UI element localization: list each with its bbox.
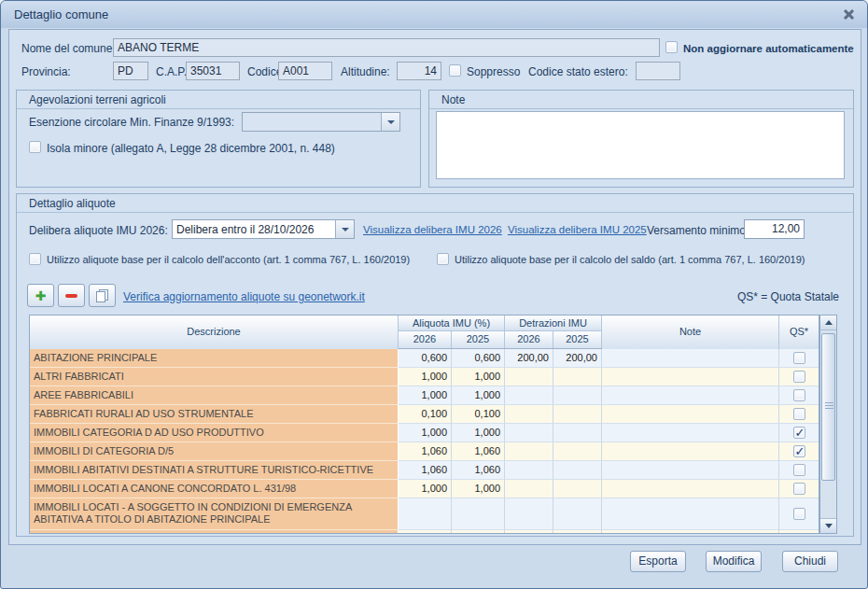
col-header-detrazioni-2025[interactable]: 2025 [553, 331, 602, 348]
scroll-up-button[interactable] [820, 316, 836, 330]
cell-aliquota-2026[interactable]: 0,600 [399, 349, 452, 368]
chevron-down-icon[interactable] [335, 220, 354, 238]
table-row[interactable]: ABITAZIONE PRINCIPALE0,6000,600200,00200… [30, 349, 819, 368]
cell-aliquota-2025[interactable]: 1,000 [452, 480, 505, 498]
qs-checkbox[interactable] [793, 389, 805, 401]
qs-checkbox[interactable] [793, 371, 805, 383]
col-header-aliquota[interactable]: Aliquota IMU (%) [399, 316, 505, 331]
nome-comune-field[interactable]: ABANO TERME [113, 38, 660, 57]
cell-detrazione-2026[interactable] [505, 498, 553, 530]
modifica-button[interactable]: Modifica [706, 551, 762, 572]
cell-note[interactable] [602, 405, 779, 424]
isola-minore-checkbox[interactable] [29, 141, 41, 153]
close-icon[interactable] [842, 8, 854, 21]
col-header-descrizione[interactable]: Descrizione [30, 316, 399, 349]
cell-description[interactable]: FABBRICATI RURALI AD USO STRUMENTALE [30, 405, 399, 424]
cell-detrazione-2026[interactable] [505, 424, 553, 442]
col-header-detrazioni-2026[interactable]: 2026 [505, 331, 553, 348]
cell-aliquota-2026[interactable]: 1,000 [399, 368, 452, 386]
cell-aliquota-2026[interactable] [399, 530, 452, 534]
col-header-qs[interactable]: QS* [779, 316, 819, 349]
cell-description[interactable]: ALTRI FABBRICATI [30, 368, 399, 386]
provincia-field[interactable]: PD [113, 62, 148, 80]
table-row[interactable] [30, 530, 819, 534]
cell-note[interactable] [602, 424, 779, 442]
cell-detrazione-2026[interactable] [505, 386, 553, 405]
cell-detrazione-2026[interactable] [505, 442, 553, 461]
link-verifica-aliquote[interactable]: Verifica aggiornamento aliquote su geone… [123, 290, 365, 303]
copy-row-button[interactable] [89, 284, 116, 307]
cell-detrazione-2025[interactable] [553, 461, 602, 480]
cell-note[interactable] [602, 498, 779, 530]
cell-aliquota-2025[interactable]: 1,060 [452, 442, 505, 461]
non-aggiornare-checkbox[interactable] [665, 41, 678, 53]
cell-note[interactable] [602, 530, 779, 534]
esenzione-dropdown[interactable] [242, 112, 400, 132]
cell-aliquota-2025[interactable]: 1,000 [452, 386, 505, 405]
col-header-detrazioni[interactable]: Detrazioni IMU [505, 316, 602, 331]
table-row[interactable]: IMMOBILI ABITATIVI DESTINATI A STRUTTURE… [30, 461, 819, 480]
cell-detrazione-2026[interactable] [505, 530, 553, 534]
qs-checkbox[interactable] [793, 352, 805, 364]
qs-checkbox[interactable] [793, 464, 805, 476]
cell-detrazione-2026[interactable] [505, 368, 553, 386]
cell-aliquota-2026[interactable]: 1,060 [399, 442, 452, 461]
chiudi-button[interactable]: Chiudi [782, 551, 838, 572]
cell-detrazione-2026[interactable] [505, 480, 553, 498]
cell-aliquota-2025[interactable]: 1,060 [452, 461, 505, 480]
saldo-checkbox[interactable] [437, 253, 449, 265]
cell-detrazione-2025[interactable] [553, 498, 602, 530]
cell-aliquota-2026[interactable]: 1,000 [399, 424, 452, 442]
table-row[interactable]: ALTRI FABBRICATI1,0001,000 [30, 368, 819, 386]
cell-description[interactable]: IMMOBILI LOCATI A CANONE CONCORDATO L. 4… [30, 480, 399, 498]
col-header-aliquota-2025[interactable]: 2025 [452, 331, 505, 348]
cell-detrazione-2025[interactable] [553, 386, 602, 405]
cell-description[interactable]: IMMOBILI CATEGORIA D AD USO PRODUTTIVO [30, 424, 399, 442]
versamento-field[interactable]: 12,00 [744, 219, 805, 239]
cell-detrazione-2025[interactable] [553, 405, 602, 424]
cell-detrazione-2026[interactable] [505, 461, 553, 480]
scroll-down-button[interactable] [820, 518, 836, 533]
delibera-dropdown[interactable]: Delibera entro il 28/10/2026 [172, 219, 355, 239]
cell-detrazione-2025[interactable] [553, 368, 602, 386]
chevron-down-icon[interactable] [381, 113, 399, 131]
link-visualizza-2025[interactable]: Visualizza delibera IMU 2025 [508, 224, 647, 235]
qs-checkbox[interactable] [793, 445, 805, 457]
cell-note[interactable] [602, 480, 779, 498]
qs-checkbox[interactable] [793, 427, 805, 439]
cell-aliquota-2025[interactable] [452, 498, 505, 530]
cell-detrazione-2025[interactable]: 200,00 [553, 349, 602, 368]
vertical-scrollbar[interactable] [819, 315, 837, 534]
soppresso-checkbox[interactable] [449, 64, 461, 77]
cell-aliquota-2025[interactable]: 1,000 [452, 424, 505, 442]
cell-note[interactable] [602, 461, 779, 480]
table-row[interactable]: IMMOBILI LOCATI A CANONE CONCORDATO L. 4… [30, 480, 819, 498]
acconto-checkbox[interactable] [29, 253, 41, 265]
cell-description[interactable]: ABITAZIONE PRINCIPALE [30, 349, 399, 368]
cell-description[interactable]: IMMOBILI LOCATI - A SOGGETTO IN CONDIZIO… [30, 498, 399, 530]
cap-field[interactable]: 35031 [186, 62, 240, 80]
qs-checkbox[interactable] [793, 408, 805, 420]
cell-detrazione-2026[interactable] [505, 405, 553, 424]
qs-checkbox[interactable] [793, 508, 805, 520]
cell-description[interactable]: AREE FABBRICABILI [30, 386, 399, 405]
cell-aliquota-2025[interactable]: 1,000 [452, 368, 505, 386]
add-row-button[interactable]: ✚ [27, 284, 54, 307]
col-header-note[interactable]: Note [602, 316, 779, 349]
table-row[interactable]: FABBRICATI RURALI AD USO STRUMENTALE0,10… [30, 405, 819, 424]
cell-note[interactable] [602, 386, 779, 405]
cell-detrazione-2026[interactable]: 200,00 [505, 349, 553, 368]
cell-description[interactable]: IMMOBILI DI CATEGORIA D/5 [30, 442, 399, 461]
cell-detrazione-2025[interactable] [553, 424, 602, 442]
qs-checkbox[interactable] [793, 483, 805, 495]
col-header-aliquota-2026[interactable]: 2026 [399, 331, 452, 348]
remove-row-button[interactable] [58, 284, 85, 307]
cell-aliquota-2026[interactable]: 1,000 [399, 386, 452, 405]
cell-aliquota-2026[interactable]: 0,100 [399, 405, 452, 424]
cell-aliquota-2025[interactable]: 0,600 [452, 349, 505, 368]
cell-detrazione-2025[interactable] [553, 530, 602, 534]
cell-aliquota-2026[interactable]: 1,060 [399, 461, 452, 480]
cell-description[interactable]: IMMOBILI ABITATIVI DESTINATI A STRUTTURE… [30, 461, 399, 480]
table-row[interactable]: AREE FABBRICABILI1,0001,000 [30, 386, 819, 405]
cell-aliquota-2026[interactable] [399, 498, 452, 530]
